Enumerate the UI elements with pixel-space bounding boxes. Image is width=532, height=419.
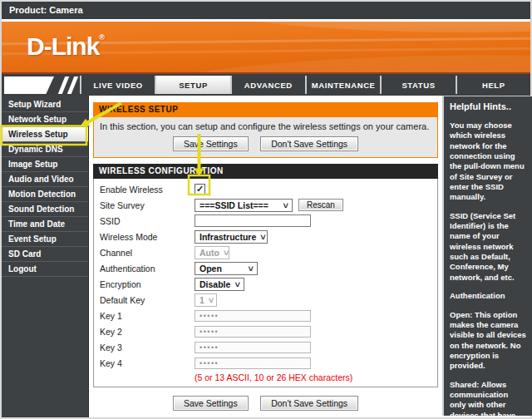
dlink-logo: D-Link® <box>27 32 105 61</box>
authentication-select[interactable]: Open ˅ <box>195 262 258 275</box>
key-format-note: (5 or 13 ASCII, 10 or 26 HEX characters) <box>195 372 437 382</box>
ssid-label: SSID <box>100 216 195 226</box>
nav-logo-plate <box>4 76 54 94</box>
site-survey-select[interactable]: ===SSID List=== ˅ <box>195 199 293 212</box>
sidebar-item-setup-wizard[interactable]: Setup Wizard <box>2 97 88 112</box>
helpful-hints-panel: Helpful Hints.. You may choose which wir… <box>442 96 532 416</box>
product-label: Product: Camera <box>9 5 83 15</box>
hint-paragraph: You may choose which wireless network fo… <box>450 121 526 203</box>
save-settings-button-bottom[interactable]: Save Settings <box>173 396 249 411</box>
wireless-setup-description-box: In this section, you can setup and confi… <box>93 117 438 158</box>
sidebar-item-network-setup[interactable]: Network Setup <box>2 112 88 127</box>
enable-wireless-label: Enable Wireless <box>100 185 195 195</box>
wireless-mode-label: Wireless Mode <box>100 232 195 242</box>
wireless-setup-header: WIRELESS SETUP <box>93 102 438 117</box>
channel-select: Auto ˅ <box>195 246 229 259</box>
tab-maintenance[interactable]: MAINTENANCE <box>305 76 380 94</box>
tab-advanced[interactable]: ADVANCED <box>230 76 305 94</box>
chevron-down-icon: ˅ <box>260 232 265 242</box>
chevron-down-icon: ˅ <box>209 295 214 305</box>
key3-input: ••••• <box>195 342 311 353</box>
main-navbar: LIVE VIDEO SETUP ADVANCED MAINTENANCE ST… <box>2 72 530 96</box>
wireless-setup-description: In this section, you can setup and confi… <box>100 121 431 131</box>
brand-banner: D-Link® <box>2 22 530 73</box>
tab-live-video[interactable]: LIVE VIDEO <box>80 76 155 94</box>
dont-save-settings-button-bottom[interactable]: Don't Save Settings <box>260 396 358 411</box>
sidebar-item-wireless-setup[interactable]: Wireless Setup <box>2 127 88 142</box>
browser-page: Product: Camera D-Link® LIVE VIDEO SETUP… <box>0 0 532 419</box>
key1-input: ••••• <box>195 310 311 322</box>
sidebar-item-sd-card[interactable]: SD Card <box>2 247 88 262</box>
encryption-select[interactable]: Disable ˅ <box>195 278 244 291</box>
product-title-bar: Product: Camera <box>2 2 530 19</box>
chevron-down-icon: ˅ <box>249 264 254 274</box>
key2-label: Key 2 <box>100 327 195 337</box>
sidebar-item-time-and-date[interactable]: Time and Date <box>2 217 88 232</box>
save-settings-button-top[interactable]: Save Settings <box>173 136 249 151</box>
wireless-configuration-form: Enable Wireless ✓ Site Survey ===SSID Li… <box>93 179 438 387</box>
sidebar-item-image-setup[interactable]: Image Setup <box>2 157 88 172</box>
encryption-label: Encryption <box>100 279 195 289</box>
channel-label: Channel <box>100 248 195 258</box>
sidebar-item-motion-detection[interactable]: Motion Detection <box>2 187 88 202</box>
default-key-label: Default Key <box>100 295 195 305</box>
sidebar-item-logout[interactable]: Logout <box>2 262 88 277</box>
wireless-mode-select[interactable]: Infrastructure ˅ <box>195 230 268 244</box>
hint-paragraph: Shared: Allows communication only with o… <box>450 380 526 416</box>
default-key-select: 1 ˅ <box>195 293 217 307</box>
ssid-input[interactable] <box>195 214 311 227</box>
dont-save-settings-button-top[interactable]: Don't Save Settings <box>260 136 358 151</box>
chevron-down-icon: ˅ <box>224 248 229 258</box>
sidebar-item-sound-detection[interactable]: Sound Detection <box>2 202 88 217</box>
tab-help[interactable]: HELP <box>456 76 530 94</box>
tab-setup[interactable]: SETUP <box>155 76 229 94</box>
rescan-button[interactable]: Rescan <box>298 199 343 211</box>
key4-label: Key 4 <box>100 358 195 368</box>
sidebar-item-event-setup[interactable]: Event Setup <box>2 232 88 247</box>
helpful-hints-title: Helpful Hints.. <box>450 101 526 111</box>
wireless-configuration-header: WIRELESS CONFIGURATION <box>93 164 438 179</box>
key4-input: ••••• <box>195 357 311 369</box>
hint-section-header: Authentication <box>450 291 526 301</box>
sidebar-item-audio-and-video[interactable]: Audio and Video <box>2 172 88 187</box>
nav-tabs: LIVE VIDEO SETUP ADVANCED MAINTENANCE ST… <box>80 76 530 94</box>
authentication-label: Authentication <box>100 264 195 274</box>
key2-input: ••••• <box>195 326 311 338</box>
chevron-down-icon: ˅ <box>235 279 240 289</box>
tab-status[interactable]: STATUS <box>380 76 455 94</box>
key1-label: Key 1 <box>100 311 195 321</box>
sidebar-item-dynamic-dns[interactable]: Dynamic DNS <box>2 142 88 157</box>
enable-wireless-checkbox[interactable]: ✓ <box>195 184 205 195</box>
main-content: WIRELESS SETUP In this section, you can … <box>91 96 440 417</box>
site-survey-label: Site Survey <box>100 200 195 210</box>
registered-mark: ® <box>99 33 105 42</box>
hint-paragraph: SSID (Service Set Identifier) is the nam… <box>450 211 526 283</box>
sidebar-menu: Setup Wizard Network Setup Wireless Setu… <box>2 96 89 417</box>
nav-slash-icon <box>67 76 78 94</box>
chevron-down-icon: ˅ <box>283 200 288 210</box>
key3-label: Key 3 <box>100 343 195 352</box>
hint-paragraph: Open: This option makes the camera visib… <box>450 310 526 372</box>
